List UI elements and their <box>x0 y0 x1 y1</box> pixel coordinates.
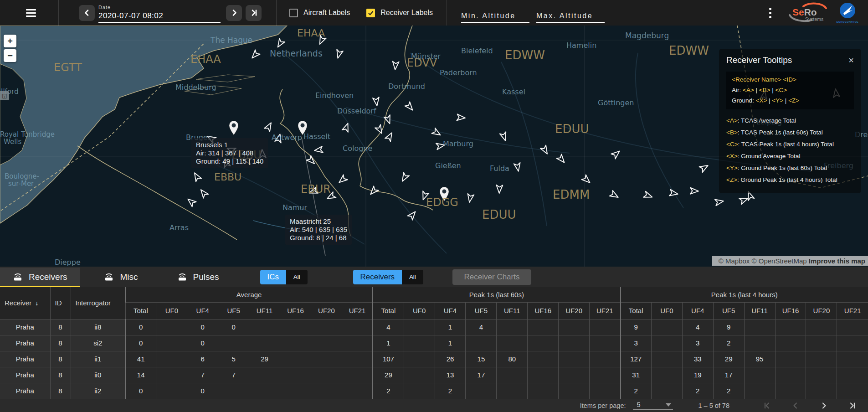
subcolumn-header-uf4[interactable]: UF4 <box>435 302 466 319</box>
date-last-button[interactable] <box>246 5 262 21</box>
aircraft-icon[interactable] <box>432 128 442 138</box>
aircraft-icon[interactable] <box>457 114 465 121</box>
aircraft-labels-checkbox[interactable]: Aircraft Labels <box>289 9 350 17</box>
items-per-page-select[interactable]: 5 <box>633 401 673 410</box>
map-control-icon[interactable]: ◱ <box>0 91 9 100</box>
subcolumn-header-uf0[interactable]: UF0 <box>404 302 435 319</box>
aircraft-icon[interactable] <box>342 122 351 132</box>
receiver-pin-icon[interactable] <box>229 121 238 135</box>
aircraft-icon[interactable] <box>368 186 378 196</box>
subcolumn-header-uf0[interactable]: UF0 <box>156 302 187 319</box>
aircraft-icon[interactable] <box>514 163 522 172</box>
subcolumn-header-uf5[interactable]: UF5 <box>466 302 497 319</box>
aircraft-icon[interactable] <box>264 121 274 132</box>
receivers-toggle[interactable]: Receivers All <box>353 270 423 284</box>
aircraft-icon[interactable] <box>326 192 336 201</box>
receivers-toggle-on[interactable]: Receivers <box>353 270 402 284</box>
table-row[interactable]: Praha8si20011332 <box>0 335 868 351</box>
aircraft-icon[interactable] <box>407 210 417 220</box>
min-altitude-field[interactable]: Min. Altitude <box>461 5 529 25</box>
column-header-id[interactable]: ID <box>50 287 71 319</box>
checkbox-unchecked-icon[interactable] <box>289 9 298 17</box>
subcolumn-header-total[interactable]: Total <box>125 302 156 319</box>
close-icon[interactable]: × <box>848 56 854 65</box>
subcolumn-header-uf21[interactable]: UF21 <box>837 302 868 319</box>
column-header-receiver[interactable]: Receiver↓ <box>0 287 50 319</box>
date-next-button[interactable] <box>226 5 242 21</box>
tab-misc[interactable]: Misc <box>91 268 150 286</box>
ics-toggle-all[interactable]: All <box>286 270 307 284</box>
aircraft-icon[interactable] <box>373 97 380 106</box>
aircraft-icon[interactable] <box>198 188 208 198</box>
subcolumn-header-uf5[interactable]: UF5 <box>713 302 744 319</box>
date-field[interactable]: Date 2020-07-07 08:02 <box>98 5 221 25</box>
checkbox-checked-icon[interactable] <box>366 9 375 17</box>
table-row[interactable]: Praha8ii1416529107261580127332995 <box>0 351 868 367</box>
subcolumn-header-uf16[interactable]: UF16 <box>528 302 559 319</box>
aircraft-icon[interactable] <box>186 196 196 206</box>
aircraft-icon[interactable] <box>392 61 399 70</box>
aircraft-icon[interactable] <box>496 185 503 193</box>
receiver-pin-icon[interactable] <box>440 187 449 201</box>
ics-toggle[interactable]: ICs All <box>260 270 308 284</box>
subcolumn-header-total[interactable]: Total <box>373 302 404 319</box>
tab-receivers[interactable]: Receivers <box>0 268 80 286</box>
next-page-button[interactable] <box>818 400 830 412</box>
aircraft-icon[interactable] <box>420 191 429 201</box>
subcolumn-header-uf11[interactable]: UF11 <box>497 302 528 319</box>
aircraft-icon[interactable] <box>250 50 260 60</box>
aircraft-icon[interactable] <box>275 134 283 143</box>
aircraft-icon[interactable] <box>610 191 620 200</box>
zoom-out-button[interactable]: − <box>4 49 16 62</box>
menu-icon[interactable] <box>26 9 36 17</box>
table-row[interactable]: Praha8ii01477291317311917 <box>0 367 868 383</box>
aircraft-icon[interactable] <box>669 190 678 197</box>
mapbox-attribution[interactable]: © Mapbox <box>719 257 750 265</box>
date-prev-button[interactable] <box>79 5 95 21</box>
subcolumn-header-uf5[interactable]: UF5 <box>218 302 249 319</box>
column-header-interrogator[interactable]: Interrogator <box>71 287 125 319</box>
map[interactable]: EGTTEHAAEHAAEDVVEDWWEDWWEDUUEDUUEDMMEBBU… <box>0 26 868 267</box>
aircraft-icon[interactable] <box>690 188 699 195</box>
aircraft-icon[interactable] <box>556 154 566 165</box>
aircraft-icon[interactable] <box>335 49 343 59</box>
subcolumn-header-uf11[interactable]: UF11 <box>744 302 775 319</box>
aircraft-icon[interactable] <box>405 102 415 112</box>
subcolumn-header-uf16[interactable]: UF16 <box>280 302 311 319</box>
osm-attribution[interactable]: © OpenStreetMap <box>752 257 807 265</box>
subcolumn-header-uf21[interactable]: UF21 <box>342 302 373 319</box>
subcolumn-header-uf4[interactable]: UF4 <box>682 302 713 319</box>
aircraft-icon[interactable] <box>385 131 395 142</box>
zoom-in-button[interactable]: + <box>4 35 16 47</box>
subcolumn-header-uf20[interactable]: UF20 <box>559 302 590 319</box>
subcolumn-header-uf20[interactable]: UF20 <box>311 302 342 319</box>
aircraft-icon[interactable] <box>466 194 474 203</box>
table-row[interactable]: Praha8ii20022222 <box>0 383 868 399</box>
overflow-menu-icon[interactable] <box>766 8 774 18</box>
aircraft-icon[interactable] <box>739 196 749 204</box>
aircraft-icon[interactable] <box>436 142 445 149</box>
receiver-labels-checkbox[interactable]: Receiver Labels <box>366 9 433 17</box>
aircraft-icon[interactable] <box>581 175 592 185</box>
aircraft-icon[interactable] <box>611 149 621 159</box>
improve-map-link[interactable]: Improve this map <box>809 257 865 265</box>
subcolumn-header-uf11[interactable]: UF11 <box>249 302 280 319</box>
subcolumn-header-uf21[interactable]: UF21 <box>590 302 621 319</box>
aircraft-icon[interactable] <box>192 171 201 182</box>
tab-pulses[interactable]: Pulses <box>164 268 232 286</box>
aircraft-icon[interactable] <box>337 175 348 185</box>
aircraft-icon[interactable] <box>317 36 326 46</box>
date-value[interactable]: 2020-07-07 08:02 <box>98 11 221 21</box>
aircraft-icon[interactable] <box>500 132 508 141</box>
aircraft-icon[interactable] <box>314 146 323 154</box>
aircraft-icon[interactable] <box>643 191 653 200</box>
last-page-button[interactable] <box>846 400 858 412</box>
ics-toggle-on[interactable]: ICs <box>260 270 287 284</box>
aircraft-icon[interactable] <box>699 163 710 172</box>
subcolumn-header-uf0[interactable]: UF0 <box>651 302 682 319</box>
receiver-pin-icon[interactable] <box>298 121 307 135</box>
table-row[interactable]: Praha8ii8000414949 <box>0 319 868 335</box>
subcolumn-header-uf4[interactable]: UF4 <box>187 302 218 319</box>
subcolumn-header-uf20[interactable]: UF20 <box>806 302 837 319</box>
receivers-toggle-all[interactable]: All <box>402 270 423 284</box>
